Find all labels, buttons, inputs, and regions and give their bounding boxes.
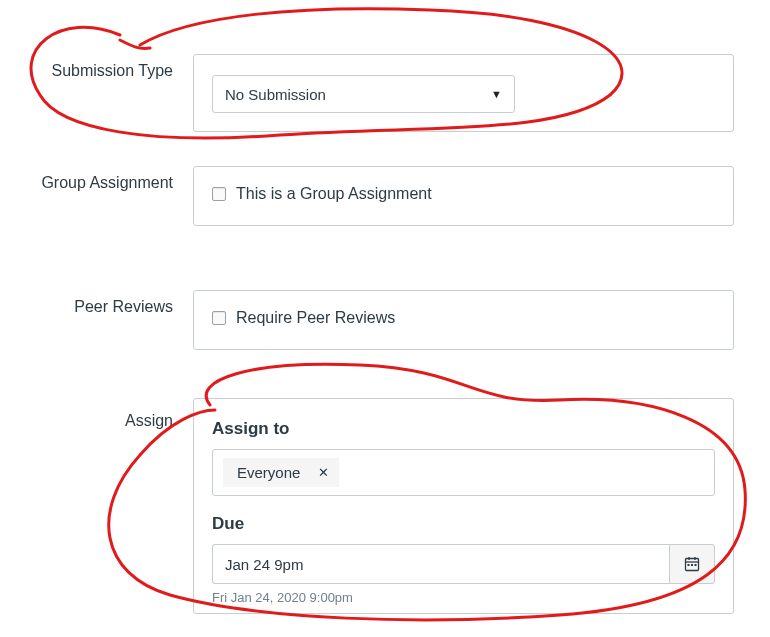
due-date-hint: Fri Jan 24, 2020 9:00pm bbox=[212, 590, 715, 605]
group-assignment-checkbox-row[interactable]: This is a Group Assignment bbox=[212, 185, 715, 203]
peer-reviews-checkbox-row[interactable]: Require Peer Reviews bbox=[212, 309, 715, 327]
group-assignment-checkbox[interactable] bbox=[212, 187, 226, 201]
svg-rect-4 bbox=[688, 564, 690, 566]
submission-type-selected: No Submission bbox=[225, 86, 326, 103]
peer-reviews-checkbox-label: Require Peer Reviews bbox=[236, 309, 395, 327]
assignee-chip-label: Everyone bbox=[237, 464, 300, 481]
assign-panel: Assign to Everyone ✕ Due bbox=[193, 398, 734, 614]
peer-reviews-row: Peer Reviews Require Peer Reviews bbox=[0, 290, 770, 350]
peer-reviews-panel: Require Peer Reviews bbox=[193, 290, 734, 350]
group-assignment-checkbox-label: This is a Group Assignment bbox=[236, 185, 432, 203]
calendar-button[interactable] bbox=[669, 544, 715, 584]
chevron-down-icon: ▼ bbox=[491, 88, 502, 100]
group-assignment-row: Group Assignment This is a Group Assignm… bbox=[0, 166, 770, 226]
submission-type-label: Submission Type bbox=[0, 54, 193, 80]
assignee-chip: Everyone ✕ bbox=[223, 458, 339, 487]
assign-row: Assign Assign to Everyone ✕ Due bbox=[0, 398, 770, 614]
due-date-input[interactable] bbox=[212, 544, 669, 584]
svg-rect-5 bbox=[691, 564, 693, 566]
assign-to-input[interactable]: Everyone ✕ bbox=[212, 449, 715, 496]
close-icon[interactable]: ✕ bbox=[318, 465, 329, 480]
assignment-form-section: Submission Type No Submission ▼ Group As… bbox=[0, 0, 770, 637]
peer-reviews-label: Peer Reviews bbox=[0, 290, 193, 316]
group-assignment-panel: This is a Group Assignment bbox=[193, 166, 734, 226]
submission-type-row: Submission Type No Submission ▼ bbox=[0, 54, 770, 132]
due-heading: Due bbox=[212, 514, 715, 534]
group-assignment-label: Group Assignment bbox=[0, 166, 193, 192]
peer-reviews-checkbox[interactable] bbox=[212, 311, 226, 325]
submission-type-select[interactable]: No Submission ▼ bbox=[212, 75, 515, 113]
submission-type-panel: No Submission ▼ bbox=[193, 54, 734, 132]
svg-rect-6 bbox=[695, 564, 697, 566]
calendar-icon bbox=[684, 556, 700, 572]
assign-label: Assign bbox=[0, 398, 193, 430]
assign-to-heading: Assign to bbox=[212, 419, 715, 439]
